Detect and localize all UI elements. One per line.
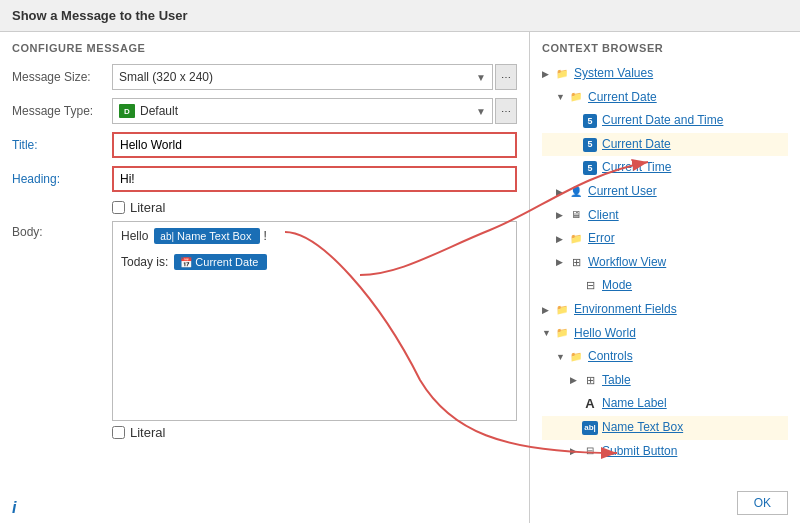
literal2-label: Literal bbox=[130, 425, 165, 440]
folder-icon: 📁 bbox=[568, 90, 584, 104]
expand-icon: ▶ bbox=[570, 372, 582, 388]
message-type-btn[interactable]: ⋯ bbox=[495, 98, 517, 124]
body-line1: Hello ab| Name Text Box ! bbox=[121, 228, 508, 244]
folder-icon: 📁 bbox=[554, 303, 570, 317]
heading-row: Heading: bbox=[12, 166, 517, 192]
tree-client[interactable]: ▶ 🖥 Client bbox=[542, 204, 788, 228]
message-type-label: Message Type: bbox=[12, 104, 112, 118]
table-icon: ⊞ bbox=[582, 374, 598, 388]
literal2-checkbox[interactable] bbox=[112, 426, 125, 439]
title-input[interactable] bbox=[112, 132, 517, 158]
heading-input[interactable] bbox=[112, 166, 517, 192]
message-size-row: Message Size: Small (320 x 240) ▼ ⋯ bbox=[12, 64, 517, 90]
expand-icon: ▼ bbox=[556, 89, 568, 105]
submit-button-link[interactable]: Submit Button bbox=[602, 441, 677, 463]
body-line2: Today is: 📅 Current Date bbox=[121, 254, 508, 270]
current-date-time-link[interactable]: Current Date and Time bbox=[602, 110, 723, 132]
exclamation-text: ! bbox=[263, 229, 266, 243]
expand-icon: ▶ bbox=[556, 207, 568, 223]
dropdown-arrow-icon: ▼ bbox=[476, 72, 486, 83]
folder-icon: 📁 bbox=[554, 67, 570, 81]
message-type-select[interactable]: D Default ▼ bbox=[112, 98, 493, 124]
current-date-folder-link[interactable]: Current Date bbox=[588, 87, 657, 109]
submit-icon: ⊟ bbox=[582, 444, 598, 458]
tree-workflow-view[interactable]: ▶ ⊞ Workflow View bbox=[542, 251, 788, 275]
ab-icon: ab| bbox=[160, 231, 174, 242]
table-link[interactable]: Table bbox=[602, 370, 631, 392]
today-is-text: Today is: bbox=[121, 255, 168, 269]
error-link[interactable]: Error bbox=[588, 228, 615, 250]
body-label: Body: bbox=[12, 221, 112, 239]
tree-current-date-folder[interactable]: ▼ 📁 Current Date bbox=[542, 86, 788, 110]
literal-checkbox[interactable] bbox=[112, 201, 125, 214]
expand-icon: ▶ bbox=[570, 443, 582, 459]
client-link[interactable]: Client bbox=[588, 205, 619, 227]
body-hello-text: Hello bbox=[121, 229, 148, 243]
tree-submit-button[interactable]: ▶ ⊟ Submit Button bbox=[542, 440, 788, 464]
tree-hello-world[interactable]: ▼ 📁 Hello World bbox=[542, 322, 788, 346]
workflow-view-link[interactable]: Workflow View bbox=[588, 252, 666, 274]
message-size-select[interactable]: Small (320 x 240) ▼ bbox=[112, 64, 493, 90]
environment-fields-link[interactable]: Environment Fields bbox=[574, 299, 677, 321]
mode-icon: ⊟ bbox=[582, 279, 598, 293]
tree-current-time[interactable]: 5 Current Time bbox=[542, 156, 788, 180]
body-editor[interactable]: Hello ab| Name Text Box ! Today is: 📅 Cu… bbox=[112, 221, 517, 421]
mode-link[interactable]: Mode bbox=[602, 275, 632, 297]
title-label: Title: bbox=[12, 138, 112, 152]
expand-icon: ▶ bbox=[556, 184, 568, 200]
expand-icon: ▶ bbox=[542, 66, 554, 82]
ok-button[interactable]: OK bbox=[737, 491, 788, 515]
hello-world-link[interactable]: Hello World bbox=[574, 323, 636, 345]
main-title: Show a Message to the User bbox=[0, 0, 800, 32]
folder-icon: 📁 bbox=[568, 350, 584, 364]
user-icon: 👤 bbox=[568, 185, 584, 199]
title-row: Title: bbox=[12, 132, 517, 158]
tree-table[interactable]: ▶ ⊞ Table bbox=[542, 369, 788, 393]
controls-link[interactable]: Controls bbox=[588, 346, 633, 368]
current-date-tag[interactable]: 📅 Current Date bbox=[174, 254, 267, 270]
tree-system-values[interactable]: ▶ 📁 System Values bbox=[542, 62, 788, 86]
calendar-icon: 📅 bbox=[180, 257, 192, 268]
message-size-btn[interactable]: ⋯ bbox=[495, 64, 517, 90]
current-user-link[interactable]: Current User bbox=[588, 181, 657, 203]
tree-current-date-time[interactable]: 5 Current Date and Time bbox=[542, 109, 788, 133]
context-section-label: CONTEXT BROWSER bbox=[542, 42, 788, 54]
bottom-bar: i bbox=[0, 493, 529, 523]
tree-current-user[interactable]: ▶ 👤 Current User bbox=[542, 180, 788, 204]
tree-error[interactable]: ▶ 📁 Error bbox=[542, 227, 788, 251]
name-label-link[interactable]: Name Label bbox=[602, 393, 667, 415]
ab-icon: ab| bbox=[582, 421, 598, 435]
tree-name-textbox[interactable]: ab| Name Text Box bbox=[542, 416, 788, 440]
name-textbox-link[interactable]: Name Text Box bbox=[602, 417, 683, 439]
literal2-checkbox-row: Literal bbox=[112, 425, 517, 440]
expand-icon: ▶ bbox=[556, 231, 568, 247]
default-type-icon: D bbox=[119, 104, 135, 118]
folder-icon: 📁 bbox=[568, 232, 584, 246]
expand-icon: ▶ bbox=[556, 254, 568, 270]
s-icon: 5 bbox=[582, 138, 598, 152]
message-size-label: Message Size: bbox=[12, 70, 112, 84]
tree-controls[interactable]: ▼ 📁 Controls bbox=[542, 345, 788, 369]
tree-current-date[interactable]: 5 Current Date bbox=[542, 133, 788, 157]
literal-label: Literal bbox=[130, 200, 165, 215]
expand-icon: ▼ bbox=[542, 325, 554, 341]
workflow-icon: ⊞ bbox=[568, 256, 584, 270]
s-icon: 5 bbox=[582, 114, 598, 128]
expand-icon: ▶ bbox=[542, 302, 554, 318]
literal-checkbox-row: Literal bbox=[112, 200, 517, 215]
expand-icon: ▼ bbox=[556, 349, 568, 365]
configure-section-label: CONFIGURE MESSAGE bbox=[12, 42, 517, 54]
current-time-link[interactable]: Current Time bbox=[602, 157, 671, 179]
tree-mode[interactable]: ⊟ Mode bbox=[542, 274, 788, 298]
context-tree: ▶ 📁 System Values ▼ 📁 Current Date 5 Cur… bbox=[542, 62, 788, 463]
message-type-row: Message Type: D Default ▼ ⋯ bbox=[12, 98, 517, 124]
monitor-icon: 🖥 bbox=[568, 208, 584, 222]
tree-environment-fields[interactable]: ▶ 📁 Environment Fields bbox=[542, 298, 788, 322]
info-icon: i bbox=[12, 499, 16, 517]
tree-name-label[interactable]: A Name Label bbox=[542, 392, 788, 416]
name-textbox-tag[interactable]: ab| Name Text Box bbox=[154, 228, 260, 244]
heading-label: Heading: bbox=[12, 172, 112, 186]
current-date-link[interactable]: Current Date bbox=[602, 134, 671, 156]
system-values-link[interactable]: System Values bbox=[574, 63, 653, 85]
dropdown-arrow-icon2: ▼ bbox=[476, 106, 486, 117]
